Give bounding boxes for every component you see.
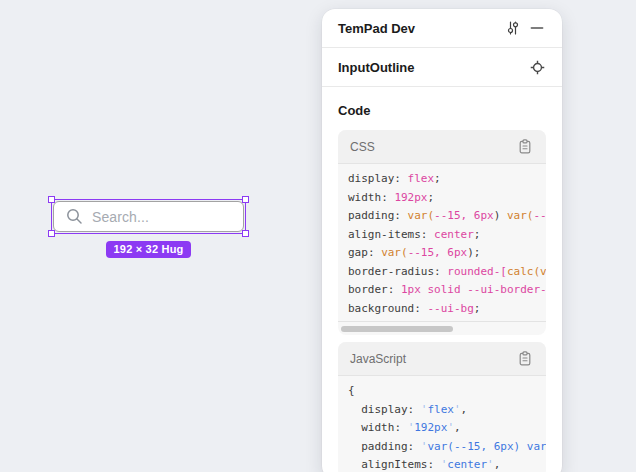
code-line: border-radius: rounded-[calc(v bbox=[348, 263, 536, 282]
javascript-code-area[interactable]: { display: 'flex', width: '192px', paddi… bbox=[338, 376, 546, 472]
code-line: display: 'flex', bbox=[348, 401, 536, 420]
code-line: gap: var(--15, 6px); bbox=[348, 244, 536, 263]
locate-node-button[interactable] bbox=[525, 55, 549, 79]
copy-css-button[interactable] bbox=[515, 137, 535, 157]
css-block-label: CSS bbox=[350, 140, 515, 154]
clipboard-icon bbox=[518, 351, 532, 366]
size-badge: 192 × 32 Hug bbox=[106, 241, 192, 258]
code-line: border: 1px solid --ui-border- bbox=[348, 281, 536, 300]
code-line: width: 192px; bbox=[348, 189, 536, 208]
size-badge-row: 192 × 32 Hug bbox=[52, 241, 245, 258]
selected-node-row: InputOutline bbox=[322, 48, 562, 87]
code-line: align-items: center; bbox=[348, 226, 536, 245]
copy-javascript-button[interactable] bbox=[515, 349, 535, 369]
code-line: background: --ui-bg; bbox=[348, 300, 536, 319]
crosshair-icon bbox=[530, 60, 545, 75]
code-section-label: Code bbox=[322, 87, 562, 130]
css-block-header: CSS bbox=[338, 130, 546, 164]
code-line: width: '192px', bbox=[348, 419, 536, 438]
selection-handle-sw[interactable] bbox=[48, 230, 55, 237]
figma-canvas[interactable]: Search... 192 × 32 Hug TemPad Dev bbox=[0, 0, 636, 472]
tempad-dev-panel: TemPad Dev InputOutline bbox=[322, 9, 562, 472]
code-line: padding: 'var(--15, 6px) var bbox=[348, 438, 536, 457]
selected-node-name: InputOutline bbox=[338, 60, 525, 75]
code-line: alignItems: 'center', bbox=[348, 456, 536, 472]
selection-handle-ne[interactable] bbox=[242, 196, 249, 203]
code-line: padding: var(--15, 6px) var(-- bbox=[348, 207, 536, 226]
minus-icon bbox=[529, 20, 545, 36]
selected-component[interactable]: Search... bbox=[52, 200, 245, 233]
minimize-button[interactable] bbox=[525, 16, 549, 40]
css-code-area[interactable]: display: flex;width: 192px;padding: var(… bbox=[338, 164, 546, 321]
settings-button[interactable] bbox=[501, 16, 525, 40]
selection-handle-se[interactable] bbox=[242, 230, 249, 237]
css-scrollbar-thumb[interactable] bbox=[341, 326, 453, 332]
panel-title: TemPad Dev bbox=[338, 21, 501, 36]
javascript-block-label: JavaScript bbox=[350, 352, 515, 366]
javascript-code-block: JavaScript { display: 'flex', width: '19… bbox=[338, 342, 546, 472]
sliders-icon bbox=[505, 20, 521, 36]
javascript-block-header: JavaScript bbox=[338, 342, 546, 376]
code-line: display: flex; bbox=[348, 170, 536, 189]
selection-outline bbox=[51, 199, 246, 234]
clipboard-icon bbox=[518, 139, 532, 154]
css-horizontal-scrollbar bbox=[338, 321, 546, 335]
panel-header: TemPad Dev bbox=[322, 9, 562, 48]
css-code-block: CSS display: flex;width: 192px;padding: … bbox=[338, 130, 546, 335]
selection-handle-nw[interactable] bbox=[48, 196, 55, 203]
code-line: { bbox=[348, 382, 536, 401]
